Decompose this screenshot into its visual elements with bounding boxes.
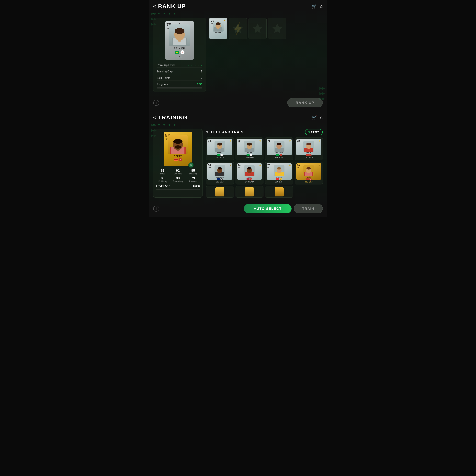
slot-3[interactable] [249,18,267,39]
player-photo-svg [169,24,190,46]
training-bottom-bar: i AUTO SELECT TRAIN [149,202,327,217]
progress-row: Progress 0/50 [157,82,202,88]
training-card-name: DEPAY [174,155,182,157]
training-right-panel: SELECT AND TRAIN ▽ FILTER 🔒 70 RM [206,129,323,198]
slot-4[interactable] [268,18,286,39]
slot-rating: 70 [211,19,214,23]
training-main-content: 86 CF [149,128,327,202]
stat-pace: 87 Pace [156,169,169,175]
level-bar [156,189,200,190]
rank-up-home-icon[interactable]: ⌂ [320,4,323,9]
card-name: REINIER [174,47,185,50]
exp-8: 400 EXP [305,181,313,183]
card-club-badge: R [181,50,185,54]
svg-point-19 [217,143,222,146]
training-card-flags: A [174,158,182,161]
training-header: < TRAINING 🛒 ⌂ [149,111,327,122]
flag-brazil [175,51,179,54]
stat-shooting: 92 Shooting [171,169,185,175]
training-cart-icon[interactable]: 🛒 [311,115,317,120]
skill-points-label: Skill Points [157,76,170,80]
card-bottom-badge: ⬟ [177,55,182,58]
training-cap-value: 5 [201,70,202,73]
level-progress: 0/600 [193,185,200,188]
svg-point-37 [277,167,281,170]
training-card-8[interactable]: 🔒 80 CM SAÚL [295,162,323,185]
rank-up-cart-icon[interactable]: 🛒 [311,3,317,9]
rank-up-action-button[interactable]: RANK UP [287,98,323,107]
rank-up-stats: Rank Up Level ▼ ▼ ▼ ▼ ▼ Training Cap 5 S… [157,63,202,88]
slot-photo [213,21,223,32]
svg-rect-4 [178,39,181,42]
slot-2[interactable]: ⚡ [229,18,247,39]
training-title: TRAINING [158,114,187,121]
slot-watermark-svg-3 [272,23,283,34]
exp-2: 160 EXP [245,156,254,159]
level-text: LEVEL 5/10 [156,185,170,188]
training-cards-grid: 🔒 70 RM REINIER [206,137,323,185]
filter-label: FILTER [311,131,320,134]
level-info: LEVEL 5/10 0/600 [156,185,200,190]
progress-value: 0/50 [197,83,202,86]
level-badge: 5 [188,162,194,168]
train-button[interactable]: TRAIN [294,204,323,213]
svg-point-15 [173,139,183,144]
training-card-1[interactable]: 🔒 70 RM REINIER [206,137,234,160]
rank-up-back-button[interactable]: < [153,4,156,8]
svg-point-3 [175,28,185,34]
filter-icon: ▽ [308,131,310,134]
training-left-panel: 86 CF [153,129,203,198]
rank-level-row: Rank Up Level ▼ ▼ ▼ ▼ ▼ [157,63,202,68]
rank-up-left-panel: 70 RM ▲ [153,18,206,92]
stat-physical: 79 Physical [187,176,200,183]
rank-up-section: ▶▶ ▶▶ ▶▶ ▶▶ ▶▶ ▶▶ < RANK UP 🛒 ⌂ ▼ ▼ ▼ ▼ … [149,0,327,111]
training-card-3[interactable]: 🔒 71 ST KAIO JORGE [265,137,293,160]
training-section: ▶▶ ▶▶ ▶▶ < TRAINING 🛒 ⌂ ▼ ▼ ▼ ▼ ▼ 86 CF [149,111,327,217]
partial-card-3[interactable] [265,186,293,198]
svg-point-28 [306,143,311,145]
training-card-7[interactable]: 🔒 75 RB RYERSON [265,162,293,185]
card-flags: R [175,50,185,54]
netherlands-flag [174,158,178,161]
exp-5: 160 EXP [216,181,224,183]
rank-up-info-button[interactable]: i [153,100,159,106]
select-train-title: SELECT AND TRAIN [206,130,243,134]
svg-point-7 [216,22,221,25]
exp-7: 200 EXP [275,181,283,183]
training-home-icon[interactable]: ⌂ [320,115,323,120]
progress-bar [157,87,202,88]
svg-point-34 [247,167,252,170]
training-card-4[interactable]: 🔒 72 GK ADRIÁN [295,137,323,160]
training-player-card: 86 CF [164,132,192,166]
training-cap-label: Training Cap [157,70,173,73]
training-card-6[interactable]: 🔒 74 RM WEAH M [236,162,264,185]
partial-card-1[interactable] [206,186,234,198]
auto-select-button[interactable]: AUTO SELECT [244,204,291,213]
svg-point-41 [306,167,311,170]
select-train-header: SELECT AND TRAIN ▽ FILTER [206,129,323,135]
progress-label: Progress [157,83,168,86]
svg-marker-8 [233,23,243,33]
svg-marker-9 [253,23,262,33]
svg-point-25 [277,143,281,145]
stat-defending: 33 Defending [171,176,185,183]
slot-watermark-svg-2 [252,23,263,34]
skill-points-row: Skill Points 0 [157,76,202,81]
rank-up-bottom-bar: i RANK UP [149,96,327,111]
partial-card-2[interactable] [236,186,264,198]
training-card-5[interactable]: 🔒 74 RWB TANGANGA [206,162,234,185]
training-back-button[interactable]: < [153,116,156,120]
svg-point-31 [218,167,222,170]
rank-up-main-content: 70 RM ▲ [149,17,327,96]
training-arrows-row: ▼ ▼ ▼ ▼ ▼ [149,122,327,128]
training-info-button[interactable]: i [153,206,159,212]
svg-marker-10 [272,23,282,33]
exp-3: 160 EXP [275,156,283,159]
training-card-club: A [179,158,182,161]
slot-1[interactable]: 🔒 70 RM REINIER [209,18,227,39]
slot-watermark-svg [232,23,244,34]
filter-button[interactable]: ▽ FILTER [305,129,323,135]
training-card-photo [168,135,188,154]
card-photo [169,24,190,46]
training-card-2[interactable]: 🔒 70 RM REINIER [236,137,264,160]
